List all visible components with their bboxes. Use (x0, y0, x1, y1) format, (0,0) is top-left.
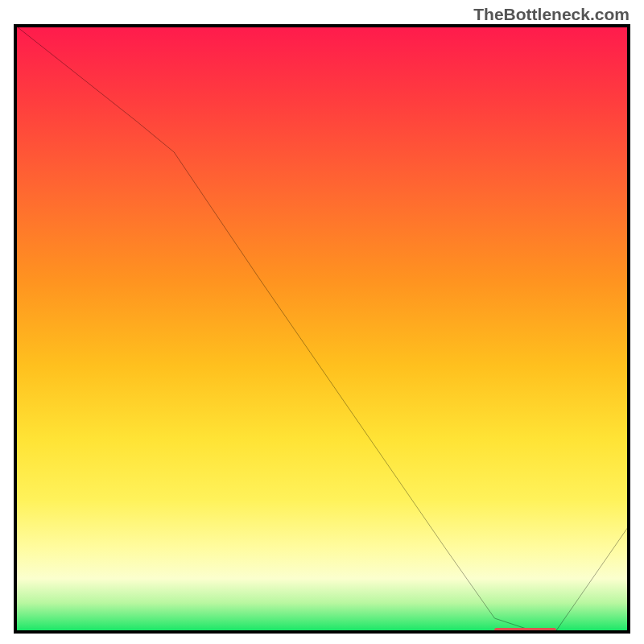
minimum-marker (494, 628, 556, 633)
chart-container (14, 24, 630, 634)
watermark-text: TheBottleneck.com (473, 5, 630, 24)
chart-gradient-background (14, 24, 630, 634)
